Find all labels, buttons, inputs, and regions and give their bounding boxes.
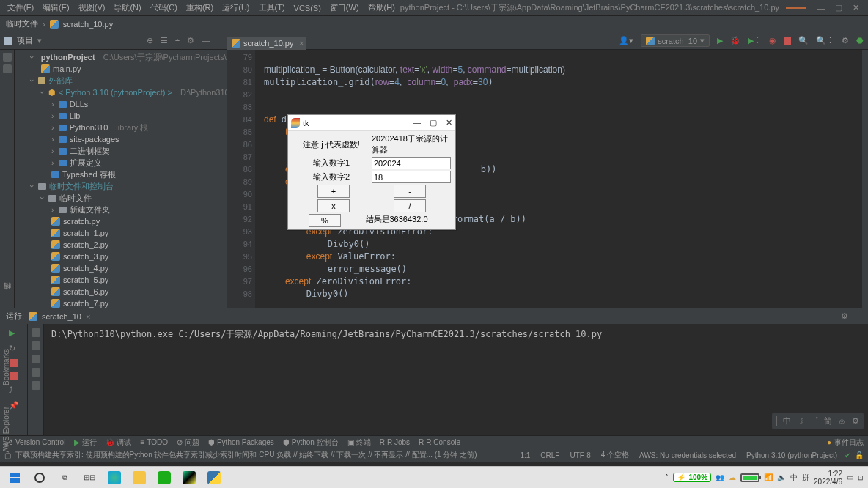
close-icon[interactable]: × — [299, 39, 304, 48]
run-config-dropdown[interactable]: scratch_10 ▾ — [641, 34, 710, 47]
project-tool-icon[interactable] — [4, 37, 12, 45]
rerun-button[interactable]: ▶ — [9, 328, 19, 339]
ts-terminal[interactable]: ▣ 终端 — [347, 437, 371, 448]
tree-site-pkg[interactable]: site-packages — [21, 133, 224, 145]
close-button[interactable]: ✕ — [853, 3, 859, 12]
taskview-button[interactable]: ⧉ — [54, 469, 75, 487]
ts-rconsole[interactable]: R R Console — [419, 438, 460, 446]
minimize-button[interactable]: — — [817, 4, 825, 12]
tray-up-icon[interactable]: ˄ — [665, 473, 669, 481]
ide-settings-icon[interactable]: ⚙ — [842, 36, 849, 45]
ime-face-icon[interactable]: ☺ — [838, 417, 846, 426]
ime-comma-icon[interactable]: ゜ — [810, 415, 818, 426]
maximize-button[interactable]: ▢ — [835, 3, 842, 12]
debug-button[interactable]: 🐞 — [730, 36, 740, 45]
breadcrumb-scratch[interactable]: 临时文件 — [6, 18, 38, 29]
wechat-button[interactable] — [154, 469, 174, 487]
volume-icon[interactable]: 🔈 — [777, 473, 786, 481]
project-tree[interactable]: pythonProject C:\Users\于宗源\PycharmProjec… — [15, 50, 227, 308]
tree-pyenv[interactable]: ⬢< Python 3.10 (pythonProject) > D:\Pyth… — [21, 86, 224, 98]
editor-tab[interactable]: scratch_10.py × — [227, 37, 306, 50]
notification-icon[interactable]: ▭ — [847, 473, 853, 481]
tree-scratch-6[interactable]: scratch_6.py — [21, 286, 224, 297]
ime-status-bar[interactable]: 中 ☽ ゜ 简 ☺ ⚙ — [772, 413, 864, 429]
run-tab-close-icon[interactable]: × — [86, 312, 90, 321]
menu-navigate[interactable]: 导航(N) — [109, 2, 145, 13]
tree-scratch-folder[interactable]: 临时文件 — [21, 192, 224, 204]
ts-pyconsole[interactable]: ⬢ Python 控制台 — [283, 437, 339, 448]
tree-scratch-5[interactable]: scratch_5.py — [21, 274, 224, 286]
tree-scratches-root[interactable]: 临时文件和控制台 — [21, 180, 224, 192]
tree-typeshed[interactable]: Typeshed 存根 — [21, 169, 224, 180]
ts-problems[interactable]: ⊘ 问题 — [177, 437, 199, 448]
ime-keyboard-icon[interactable]: 拼 — [802, 473, 809, 483]
run-stop-button[interactable] — [10, 359, 18, 367]
profile-button[interactable]: ◉ — [769, 36, 776, 45]
tree-scratch-4[interactable]: scratch_4.py — [21, 262, 224, 274]
search-everywhere-icon[interactable]: 🔍⋮ — [816, 36, 834, 45]
stop-button[interactable] — [784, 37, 791, 45]
ts-todo[interactable]: ≡ TODO — [140, 438, 168, 446]
status-enc[interactable]: UTF-8 — [567, 451, 593, 459]
tk-input-num2[interactable] — [372, 171, 451, 183]
ime-gear-icon[interactable]: ⚙ — [852, 416, 859, 426]
start-button[interactable] — [4, 469, 25, 487]
breadcrumb-file[interactable]: scratch_10.py — [63, 20, 113, 29]
ts-debug[interactable]: 🐞 调试 — [106, 437, 131, 448]
tree-scratch-0[interactable]: scratch.py — [21, 215, 224, 227]
aws-explorer-label[interactable]: AWS Explorer — [2, 407, 10, 452]
tree-new-folder[interactable]: 新建文件夹 — [21, 204, 224, 215]
run-hide-icon[interactable]: — — [854, 311, 862, 321]
ime-jian-icon[interactable]: 简 — [824, 415, 832, 426]
tk-div-button[interactable]: / — [394, 199, 426, 212]
menu-help[interactable]: 帮助(H) — [364, 2, 400, 13]
tk-window[interactable]: tk — ▢ ✕ 注意 j 代表虚数!20202418于宗源的计算器 输入数字1… — [287, 114, 456, 230]
tree-scratch-7[interactable]: scratch_7.py — [21, 297, 224, 308]
tk-input-num1[interactable] — [372, 157, 451, 169]
tree-root[interactable]: pythonProject C:\Users\于宗源\PycharmProjec… — [21, 51, 224, 63]
python-button[interactable] — [204, 469, 224, 487]
menu-view[interactable]: 视图(V) — [74, 2, 110, 13]
battery-pct[interactable]: ⚡100% — [673, 473, 711, 482]
tk-maximize-button[interactable]: ▢ — [430, 118, 437, 127]
status-pos[interactable]: 1:1 — [517, 451, 533, 459]
edge-button[interactable] — [104, 469, 125, 487]
tree-scratch-2[interactable]: scratch_2.py — [21, 239, 224, 251]
run-print-icon[interactable] — [32, 368, 40, 377]
run-config-name[interactable]: scratch_10 — [42, 312, 81, 321]
status-aws[interactable]: AWS: No credentials selected — [636, 451, 739, 459]
run-button[interactable]: ▶ — [717, 36, 723, 45]
run-up-icon[interactable]: ⤴ — [9, 385, 19, 396]
status-check-icon[interactable]: ✔ — [845, 451, 850, 459]
ime-zhong-icon[interactable]: 中 — [783, 415, 791, 426]
ime-moon-icon[interactable]: ☽ — [797, 416, 804, 426]
coverage-button[interactable]: ▶⋮ — [748, 36, 762, 45]
run-gear-icon[interactable]: ⚙ — [841, 311, 848, 321]
wifi-icon[interactable]: 📶 — [764, 473, 773, 481]
menu-file[interactable]: 文件(F) — [3, 2, 38, 13]
hide-icon[interactable]: — — [202, 36, 210, 45]
cortana-button[interactable]: ⊞⊟ — [79, 469, 100, 487]
explorer-button[interactable] — [129, 469, 150, 487]
status-message[interactable]: 下载预构建共享索引: 使用预构建的Python 软件包共享索引减少索引时间和 C… — [15, 450, 512, 460]
pycharm-button[interactable] — [179, 469, 199, 487]
tree-extdef[interactable]: 扩展定义 — [21, 157, 224, 169]
stripe-btn-2[interactable] — [3, 64, 12, 73]
tk-mod-button[interactable]: % — [309, 214, 341, 227]
editor-scrollbar[interactable] — [862, 50, 868, 308]
tray-people-icon[interactable]: 👥 — [716, 473, 724, 481]
status-indent[interactable]: 4 个空格 — [598, 450, 632, 460]
ts-eventlog[interactable]: 事件日志 — [834, 437, 864, 448]
run-wrap-icon[interactable] — [32, 355, 40, 363]
project-tool-label[interactable]: 项目 — [17, 35, 33, 46]
menu-edit[interactable]: 编辑(E) — [38, 2, 74, 13]
onedrive-icon[interactable]: ☁ — [729, 473, 736, 481]
run-down-arrow-icon[interactable] — [32, 341, 40, 350]
bookmarks-tool-label[interactable]: Bookmarks — [2, 349, 10, 385]
tree-lib[interactable]: Lib — [21, 110, 224, 122]
tree-scratch-3[interactable]: scratch_3.py — [21, 251, 224, 262]
status-sep[interactable]: CRLF — [537, 451, 562, 459]
tk-titlebar[interactable]: tk — ▢ ✕ — [288, 115, 455, 131]
tree-binframe[interactable]: 二进制框架 — [21, 145, 224, 157]
tk-minimize-button[interactable]: — — [413, 118, 421, 127]
